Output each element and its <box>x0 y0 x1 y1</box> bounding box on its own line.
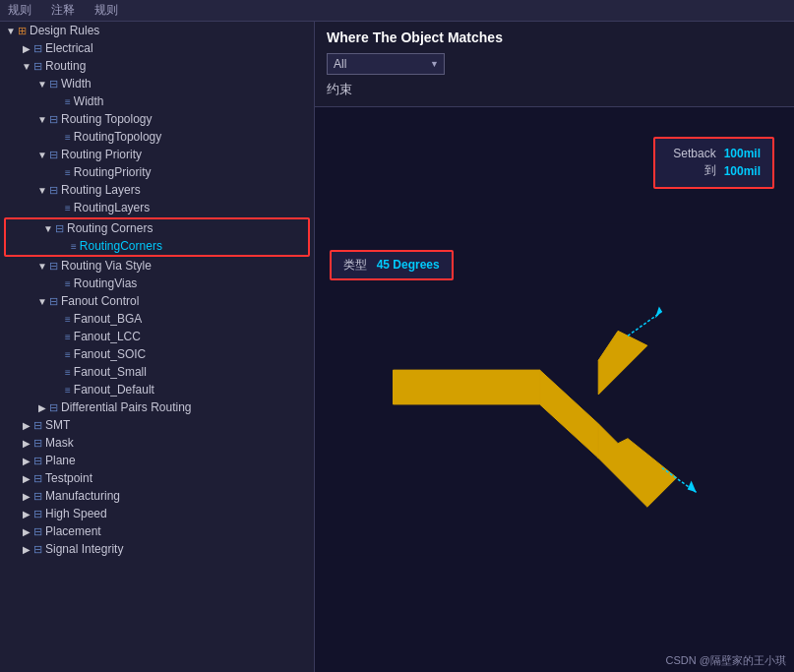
tree-item-smt[interactable]: ▶ ⊟ SMT <box>0 416 314 434</box>
tree-item-fanout-lcc[interactable]: ≡ Fanout_LCC <box>0 328 314 345</box>
tree-item-routing-layers[interactable]: ▼ ⊟ Routing Layers <box>0 181 314 199</box>
tree-item-routing-topology-rule[interactable]: ≡ RoutingTopology <box>0 128 314 146</box>
label-smt: SMT <box>45 418 70 432</box>
type-box: 类型 45 Degrees <box>330 250 454 280</box>
setback-value2: 100mil <box>724 164 761 178</box>
tree-item-fanout-control[interactable]: ▼ ⊟ Fanout Control <box>0 292 314 310</box>
label-fanout-control: Fanout Control <box>61 294 139 308</box>
label-fanout-default: Fanout_Default <box>74 383 154 397</box>
label-routing: Routing <box>45 59 86 73</box>
label-manufacturing: Manufacturing <box>45 489 120 503</box>
tree-item-routing-priority[interactable]: ▼ ⊟ Routing Priority <box>0 146 314 163</box>
label-width: Width <box>61 77 92 91</box>
label-routing-topology: Routing Topology <box>61 112 153 126</box>
watermark: CSDN @隔壁家的王小琪 <box>666 653 786 668</box>
label-routing-priority: Routing Priority <box>61 148 142 161</box>
main-layout: ▼ ⊞ Design Rules ▶ ⊟ Electrical ▼ ⊟ Rout… <box>0 22 794 672</box>
setback-value1: 100mil <box>724 147 761 160</box>
where-title: Where The Object Matches <box>327 30 782 45</box>
setback-label: Setback <box>667 147 716 160</box>
tree-item-routing-vias[interactable]: ≡ RoutingVias <box>0 275 314 292</box>
left-panel[interactable]: ▼ ⊞ Design Rules ▶ ⊟ Electrical ▼ ⊟ Rout… <box>0 22 315 672</box>
topbar-label2: 注释 <box>51 2 75 19</box>
tree-item-routing-corners[interactable]: ▼ ⊟ Routing Corners <box>6 219 308 237</box>
label-fanout-small: Fanout_Small <box>74 365 147 379</box>
where-section: Where The Object Matches All Net Net Cla… <box>315 22 794 107</box>
tree-item-fanout-default[interactable]: ≡ Fanout_Default <box>0 381 314 398</box>
tree-item-differential-pairs[interactable]: ▶ ⊟ Differential Pairs Routing <box>0 398 314 416</box>
to-label: 到 <box>667 162 716 179</box>
label-high-speed: High Speed <box>45 507 107 520</box>
label-fanout-lcc: Fanout_LCC <box>74 330 141 343</box>
tree-item-routing-priority-rule[interactable]: ≡ RoutingPriority <box>0 163 314 181</box>
tree-item-routing-topology[interactable]: ▼ ⊟ Routing Topology <box>0 110 314 128</box>
label-routing-topology-rule: RoutingTopology <box>74 130 161 144</box>
label-routing-priority-rule: RoutingPriority <box>74 165 152 179</box>
tree-item-testpoint[interactable]: ▶ ⊟ Testpoint <box>0 469 314 487</box>
top-bar: 规则 注释 规则 <box>0 0 794 22</box>
label-routing-corners-rule: RoutingCorners <box>80 239 162 253</box>
setback-row-1: Setback 100mil <box>667 147 761 160</box>
tree-item-width-rule[interactable]: ≡ Width <box>0 92 314 110</box>
label-width-rule: Width <box>74 94 104 108</box>
label-routing-via-style: Routing Via Style <box>61 259 152 273</box>
label-differential-pairs: Differential Pairs Routing <box>61 400 192 414</box>
label-fanout-soic: Fanout_SOIC <box>74 347 146 361</box>
label-plane: Plane <box>45 454 76 467</box>
label-placement: Placement <box>45 524 101 538</box>
tree-item-manufacturing[interactable]: ▶ ⊟ Manufacturing <box>0 487 314 505</box>
label-routing-corners: Routing Corners <box>67 221 153 235</box>
label-fanout-bga: Fanout_BGA <box>74 312 142 326</box>
all-dropdown[interactable]: All Net Net Class Layer <box>327 53 445 75</box>
label-testpoint: Testpoint <box>45 471 92 485</box>
tree-item-routing-corners-rule[interactable]: ≡ RoutingCorners <box>6 237 308 255</box>
label-electrical: Electrical <box>45 41 93 55</box>
dropdown-wrapper[interactable]: All Net Net Class Layer <box>327 53 445 75</box>
label-design-rules: Design Rules <box>30 24 99 37</box>
tree-item-fanout-soic[interactable]: ≡ Fanout_SOIC <box>0 345 314 363</box>
tree-item-routing[interactable]: ▼ ⊟ Routing <box>0 57 314 75</box>
tree-item-fanout-bga[interactable]: ≡ Fanout_BGA <box>0 310 314 328</box>
tree-item-high-speed[interactable]: ▶ ⊟ High Speed <box>0 505 314 522</box>
type-value: 45 Degrees <box>377 258 440 272</box>
tree-item-mask[interactable]: ▶ ⊟ Mask <box>0 434 314 452</box>
routing-diagram <box>315 107 794 672</box>
tree-item-routing-layers-rule[interactable]: ≡ RoutingLayers <box>0 199 314 216</box>
tree-item-placement[interactable]: ▶ ⊟ Placement <box>0 522 314 540</box>
label-routing-vias: RoutingVias <box>74 276 138 290</box>
tree-item-design-rules[interactable]: ▼ ⊞ Design Rules <box>0 22 314 39</box>
tree-item-routing-via-style[interactable]: ▼ ⊟ Routing Via Style <box>0 257 314 275</box>
tree-item-electrical[interactable]: ▶ ⊟ Electrical <box>0 39 314 57</box>
topbar-label3: 规则 <box>94 2 118 19</box>
svg-marker-1 <box>394 370 540 404</box>
canvas-area: Setback 100mil 到 100mil 类型 45 Degrees CS… <box>315 107 794 672</box>
tree-item-plane[interactable]: ▶ ⊟ Plane <box>0 452 314 469</box>
right-panel: Where The Object Matches All Net Net Cla… <box>315 22 794 672</box>
tree-item-fanout-small[interactable]: ≡ Fanout_Small <box>0 363 314 381</box>
type-label: 类型 <box>343 258 367 272</box>
label-routing-layers: Routing Layers <box>61 183 141 197</box>
label-signal-integrity: Signal Integrity <box>45 542 123 556</box>
label-mask: Mask <box>45 436 74 450</box>
setback-row-2: 到 100mil <box>667 162 761 179</box>
label-routing-layers-rule: RoutingLayers <box>74 201 150 214</box>
tree-item-width[interactable]: ▼ ⊟ Width <box>0 75 314 92</box>
setback-box: Setback 100mil 到 100mil <box>653 137 774 189</box>
topbar-label1: 规则 <box>8 2 31 19</box>
tree-item-signal-integrity[interactable]: ▶ ⊟ Signal Integrity <box>0 540 314 558</box>
constraint-label: 约束 <box>327 81 782 98</box>
